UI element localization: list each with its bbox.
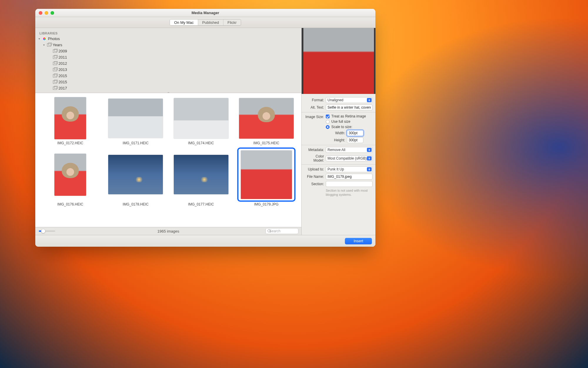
- scale-label: Scale to size:: [331, 125, 352, 129]
- thumbnail-image: [54, 154, 86, 196]
- scale-radio-row[interactable]: Scale to size:: [326, 125, 372, 129]
- full-size-radio[interactable]: [326, 120, 330, 124]
- thumbnail-cell[interactable]: IMG_0171.HEIC: [104, 97, 167, 145]
- tree-row-year[interactable]: 2015: [35, 79, 301, 85]
- retina-checkbox-row[interactable]: Treat as Retina image: [326, 114, 372, 118]
- thumbnail[interactable]: [173, 97, 229, 139]
- section-field[interactable]: [326, 181, 372, 187]
- height-field[interactable]: [347, 137, 363, 143]
- library-pane: LIBRARIES ▾ Photos ▾ Years 2009201120122…: [35, 28, 301, 93]
- stack-icon: [53, 67, 57, 72]
- thumbnail-image: [241, 150, 292, 199]
- status-count: 1965 images: [35, 229, 301, 233]
- chevron-updown-icon: [367, 98, 372, 102]
- thumbnail-filename: IMG_0178.HEIC: [123, 202, 148, 206]
- stack-icon: [53, 49, 57, 54]
- thumbnail[interactable]: [42, 97, 98, 139]
- search-field[interactable]: [265, 228, 298, 234]
- full-size-radio-row[interactable]: Use full size: [326, 120, 372, 124]
- tree-row-year[interactable]: 2013: [35, 67, 301, 73]
- retina-checkbox[interactable]: [326, 115, 330, 118]
- thumbnail-scroll[interactable]: IMG_0172.HEICIMG_0171.HEICIMG_0174.HEICI…: [35, 93, 301, 227]
- alt-text-label: Alt. Text:: [305, 105, 324, 110]
- thumbnail-image: [54, 97, 86, 139]
- titlebar: Media Manager: [35, 9, 375, 17]
- alt-text-field[interactable]: [326, 105, 372, 110]
- stack-icon: [47, 43, 51, 47]
- thumbnail-filename: IMG_0177.HEIC: [188, 202, 214, 206]
- thumbnail-filename: IMG_0176.HEIC: [57, 202, 83, 206]
- thumbnail-cell[interactable]: IMG_0176.HEIC: [39, 149, 102, 206]
- thumbnail[interactable]: [108, 149, 163, 200]
- filename-field[interactable]: [326, 174, 372, 180]
- thumbnail-filename: IMG_0174.HEIC: [188, 141, 214, 145]
- width-field[interactable]: [347, 130, 363, 136]
- chevron-updown-icon: [367, 156, 372, 160]
- tree-row-year[interactable]: 2009: [35, 48, 301, 54]
- insert-button[interactable]: Insert: [345, 238, 372, 244]
- thumbnail-grid: IMG_0172.HEICIMG_0171.HEICIMG_0174.HEICI…: [35, 93, 301, 209]
- disclosure-icon[interactable]: ▾: [38, 37, 41, 40]
- thumbnail-filename: IMG_0179.JPG: [254, 202, 279, 206]
- thumbnail[interactable]: [238, 149, 294, 200]
- tree-row-photos[interactable]: ▾ Photos: [35, 36, 301, 42]
- upload-to-select[interactable]: Punk It Up: [326, 166, 372, 172]
- metadata-select[interactable]: Remove All: [326, 147, 372, 153]
- thumbnail-cell[interactable]: IMG_0177.HEIC: [170, 149, 233, 206]
- window: Media Manager On My MacPublishedFlickr L…: [35, 9, 375, 247]
- thumbnail-cell[interactable]: IMG_0179.JPG: [235, 149, 298, 206]
- toolbar: On My MacPublishedFlickr: [35, 17, 375, 28]
- thumbnail[interactable]: [108, 97, 163, 139]
- thumbnail[interactable]: [42, 149, 98, 200]
- metadata-value: Remove All: [328, 148, 345, 152]
- status-bar: 1965 images: [35, 227, 301, 235]
- thumbnail-filename: IMG_0172.HEIC: [57, 141, 83, 145]
- format-value: Unaligned: [328, 98, 343, 102]
- tree-row-years[interactable]: ▾ Years: [35, 42, 301, 48]
- width-label: Width:: [331, 131, 345, 135]
- upload-to-label: Upload to:: [305, 167, 324, 171]
- tab-flickr[interactable]: Flickr: [223, 19, 241, 25]
- stack-icon: [53, 80, 57, 84]
- thumbnail-cell[interactable]: IMG_0178.HEIC: [104, 149, 167, 206]
- chevron-updown-icon: [367, 167, 372, 171]
- format-select[interactable]: Unaligned: [326, 97, 372, 103]
- thumbnail-image: [108, 99, 163, 138]
- tab-on-my-mac[interactable]: On My Mac: [170, 19, 198, 25]
- tree-row-year[interactable]: 2012: [35, 60, 301, 67]
- minimize-icon[interactable]: [45, 11, 48, 15]
- tree-label: 2017: [59, 86, 67, 90]
- thumbnail-cell[interactable]: IMG_0172.HEIC: [39, 97, 102, 145]
- section-hint: Section is not used with most blogging s…: [326, 188, 372, 197]
- slider-knob[interactable]: [41, 229, 45, 233]
- zoom-slider[interactable]: [39, 231, 55, 232]
- height-label: Height:: [331, 138, 345, 142]
- tree-row-year[interactable]: 2015: [35, 73, 301, 79]
- inspector-form: Format: Unaligned Alt. Text:: [302, 94, 375, 197]
- close-icon[interactable]: [39, 11, 42, 15]
- disclosure-icon[interactable]: ▾: [42, 43, 46, 47]
- search-input[interactable]: [269, 229, 314, 233]
- tree-label: 2012: [59, 61, 67, 66]
- library-tree: LIBRARIES ▾ Photos ▾ Years 2009201120122…: [35, 28, 301, 93]
- thumbnail-filename: IMG_0171.HEIC: [123, 141, 148, 145]
- image-size-label: Image Size:: [305, 115, 324, 119]
- tree-label: 2015: [59, 80, 67, 84]
- thumbnail[interactable]: [173, 149, 229, 200]
- thumbnail[interactable]: [238, 97, 294, 139]
- content: LIBRARIES ▾ Photos ▾ Years 2009201120122…: [35, 28, 375, 235]
- tree-label: Photos: [48, 37, 60, 41]
- retina-label: Treat as Retina image: [331, 114, 366, 118]
- photos-app-icon: [42, 37, 47, 41]
- tree-row-year[interactable]: 2011: [35, 54, 301, 60]
- thumbnail-cell[interactable]: IMG_0174.HEIC: [170, 97, 233, 145]
- inspector-preview: [302, 28, 375, 94]
- libraries-header: LIBRARIES: [35, 30, 301, 36]
- tab-published[interactable]: Published: [198, 19, 223, 25]
- zoom-icon[interactable]: [51, 11, 54, 15]
- tree-row-year[interactable]: 2017: [35, 85, 301, 91]
- color-model-select[interactable]: Most Compatible (sRGB): [326, 155, 372, 161]
- scale-radio[interactable]: [326, 125, 330, 129]
- thumbnail-cell[interactable]: IMG_0175.HEIC: [235, 97, 298, 145]
- color-model-value: Most Compatible (sRGB): [328, 156, 367, 160]
